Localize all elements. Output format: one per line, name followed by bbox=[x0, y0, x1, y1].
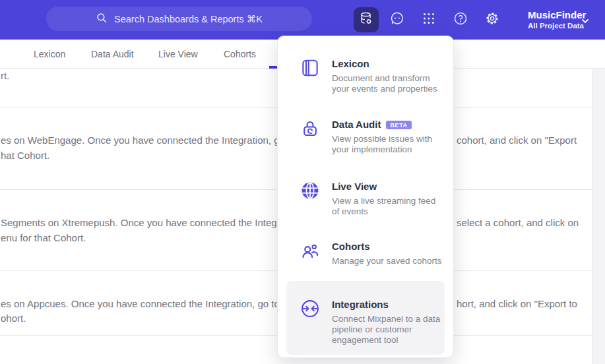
beta-badge: BETA bbox=[386, 121, 411, 129]
apps-grid-icon bbox=[422, 11, 436, 28]
data-management-button[interactable] bbox=[354, 7, 379, 32]
menu-item-live-view[interactable]: Live View View a live streaming feed of … bbox=[286, 181, 445, 217]
app-window: Search Dashboards & Reports ⌘K bbox=[0, 0, 605, 364]
top-navigation-bar: Search Dashboards & Reports ⌘K bbox=[0, 0, 605, 40]
list-text-fragment: cohort, and click on "Export bbox=[457, 135, 577, 146]
menu-item-description: View possible issues with your implement… bbox=[332, 134, 445, 155]
menu-item-integrations[interactable]: Integrations Connect Mixpanel to a data … bbox=[286, 281, 445, 355]
list-text-fragment: hat Cohort. bbox=[1, 150, 49, 161]
project-name: MusicFinder bbox=[528, 9, 586, 21]
search-icon bbox=[96, 12, 108, 26]
menu-item-title: Integrations bbox=[332, 299, 389, 311]
feedback-button[interactable] bbox=[389, 12, 405, 28]
right-gutter bbox=[592, 69, 605, 364]
project-scope: All Project Data bbox=[528, 21, 586, 31]
list-text-fragment: es on Appcues. Once you have connected t… bbox=[1, 298, 307, 309]
menu-item-description: Manage your saved cohorts bbox=[332, 256, 445, 266]
data-audit-icon bbox=[300, 119, 321, 140]
apps-grid-button[interactable] bbox=[421, 12, 437, 28]
list-text-fragment: select a cohort, and click on bbox=[457, 217, 579, 228]
chevron-down-icon[interactable] bbox=[580, 16, 590, 26]
live-view-icon bbox=[300, 181, 321, 202]
integrations-icon bbox=[300, 299, 321, 320]
feedback-icon bbox=[389, 11, 405, 29]
tab-cohorts[interactable]: Cohorts bbox=[224, 40, 256, 69]
menu-item-title: Lexicon bbox=[332, 58, 369, 70]
list-text-fragment: hort, and click on "Export to bbox=[457, 298, 577, 309]
list-text-fragment: es on WebEngage. Once you have connected… bbox=[1, 135, 313, 146]
list-text-fragment: rt. bbox=[1, 70, 9, 81]
help-icon bbox=[453, 11, 468, 29]
list-text-fragment: Segments on Xtremepush. Once you have co… bbox=[1, 217, 304, 228]
menu-item-title: Live View bbox=[332, 181, 377, 193]
menu-item-description: Document and transform your events and p… bbox=[332, 73, 445, 94]
tab-lexicon[interactable]: Lexicon bbox=[34, 40, 65, 69]
data-management-menu: Lexicon Document and transform your even… bbox=[277, 36, 454, 358]
menu-item-cohorts[interactable]: Cohorts Manage your saved cohorts bbox=[286, 241, 445, 266]
search-input[interactable]: Search Dashboards & Reports ⌘K bbox=[46, 7, 312, 31]
data-management-icon bbox=[358, 11, 374, 29]
help-button[interactable] bbox=[453, 12, 468, 28]
tab-data-audit[interactable]: Data Audit bbox=[91, 40, 134, 69]
project-switcher[interactable]: MusicFinder All Project Data bbox=[528, 9, 586, 31]
menu-item-lexicon[interactable]: Lexicon Document and transform your even… bbox=[286, 58, 445, 94]
menu-item-description: Connect Mixpanel to a data pipeline or c… bbox=[332, 314, 445, 346]
lexicon-icon bbox=[300, 58, 321, 79]
menu-item-title: Cohorts bbox=[332, 241, 370, 253]
menu-item-data-audit[interactable]: Data Audit BETA View possible issues wit… bbox=[286, 119, 445, 155]
menu-item-description: View a live streaming feed of events bbox=[332, 196, 445, 217]
cohorts-icon bbox=[300, 241, 321, 262]
tab-live-view[interactable]: Live View bbox=[158, 40, 198, 69]
settings-icon bbox=[484, 11, 500, 29]
settings-button[interactable] bbox=[484, 12, 500, 28]
list-text-fragment: enu for that Cohort. bbox=[1, 232, 86, 243]
search-placeholder: Search Dashboards & Reports ⌘K bbox=[114, 14, 263, 24]
menu-item-title: Data Audit bbox=[332, 119, 381, 131]
list-text-fragment: ohort. bbox=[1, 313, 26, 324]
